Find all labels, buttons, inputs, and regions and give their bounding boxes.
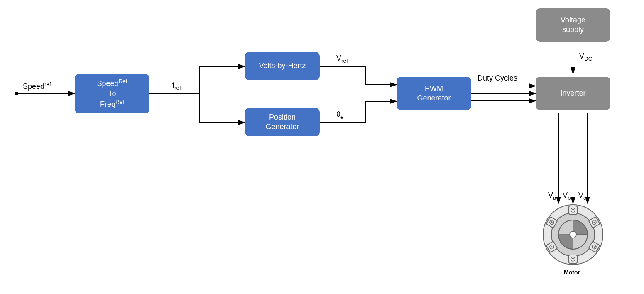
svg-point-0 (15, 92, 18, 95)
label-speed-ref: Speedref (23, 81, 51, 91)
label-v-c: Vc (578, 191, 586, 201)
block-speed-to-freq: SpeedRef To FreqRef (75, 74, 149, 113)
label-duty-cycles: Duty Cycles (477, 74, 517, 83)
block-inverter: Inverter (536, 77, 610, 110)
motor-icon (542, 203, 604, 266)
label-v-b: Vb (563, 191, 571, 201)
label-f-ref: fref (172, 81, 181, 91)
block-pwm-generator: PWM Generator (397, 77, 471, 110)
label-v-dc: VDC (579, 52, 593, 62)
svg-point-37 (570, 231, 576, 238)
label-v-ref: Vref (336, 54, 348, 64)
block-volts-by-hertz: Volts-by-Hertz (245, 52, 320, 80)
label-v-a: Va (548, 191, 556, 201)
label-theta-e: θe (336, 110, 344, 120)
motor-label: Motor (564, 269, 580, 276)
block-position-generator: Position Generator (245, 108, 320, 136)
block-voltage-supply: Voltage supply (536, 8, 610, 42)
